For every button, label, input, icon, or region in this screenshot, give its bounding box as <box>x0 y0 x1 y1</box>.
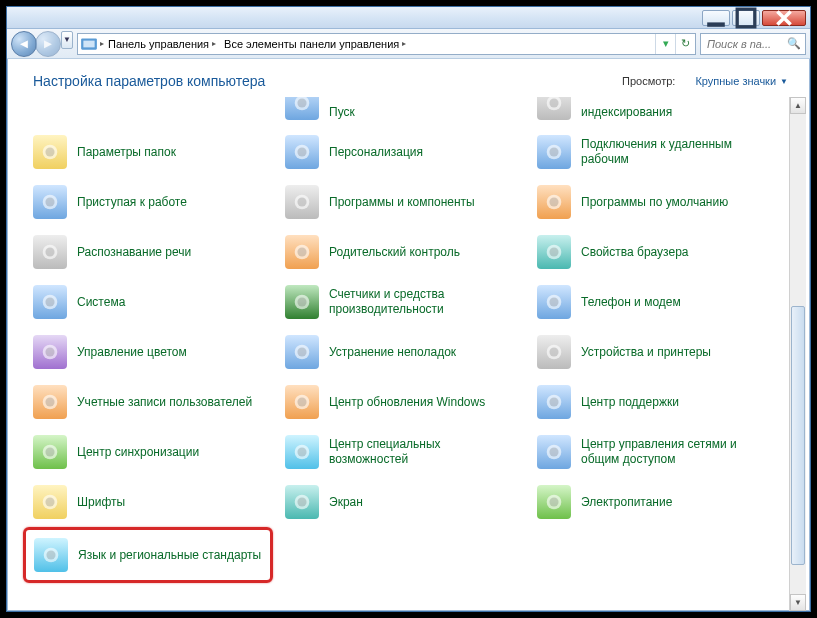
programs-icon <box>285 185 319 219</box>
items-grid-container: ПускиндексированияПараметры папокПерсона… <box>7 97 810 611</box>
control-panel-window: ◄ ► ▼ ▸ Панель управления ▸ Все элементы… <box>6 6 811 612</box>
svg-point-37 <box>549 347 558 356</box>
user-accounts-icon <box>33 385 67 419</box>
breadcrumb-label: Все элементы панели управления <box>224 38 399 50</box>
cp-item-label: Персонализация <box>329 145 423 160</box>
cp-item-label: Устранение неполадок <box>329 345 456 360</box>
cp-item-label: Учетные записи пользователей <box>77 395 252 410</box>
breadcrumb-label: Панель управления <box>108 38 209 50</box>
svg-point-21 <box>45 247 54 256</box>
fonts-icon <box>33 485 67 519</box>
chevron-down-icon: ▼ <box>63 35 71 44</box>
cp-item-label: Шрифты <box>77 495 125 510</box>
search-input[interactable] <box>705 37 784 51</box>
scroll-thumb[interactable] <box>791 306 805 565</box>
cp-item[interactable]: Центр управления сетями и общим доступом <box>531 427 777 477</box>
cp-item[interactable]: Система <box>27 277 273 327</box>
cp-item[interactable]: Программы по умолчанию <box>531 177 777 227</box>
breadcrumb[interactable]: ▸ Панель управления ▸ Все элементы панел… <box>77 33 696 55</box>
svg-point-17 <box>297 197 306 206</box>
forward-button[interactable]: ► <box>35 31 61 57</box>
svg-point-23 <box>297 247 306 256</box>
refresh-button[interactable]: ↻ <box>675 34 695 54</box>
cp-item[interactable]: индексирования <box>531 97 777 127</box>
cp-item-label: Центр управления сетями и общим доступом <box>581 437 771 467</box>
cp-item[interactable]: Управление цветом <box>27 327 273 377</box>
cp-item-label: Программы и компоненты <box>329 195 475 210</box>
nav-history-dropdown[interactable]: ▼ <box>61 31 73 49</box>
page-title: Настройка параметров компьютера <box>33 73 602 89</box>
svg-point-19 <box>549 197 558 206</box>
scroll-up-button[interactable]: ▲ <box>790 97 806 114</box>
close-icon <box>773 7 795 29</box>
cp-item[interactable]: Родительский контроль <box>279 227 525 277</box>
chevron-down-icon: ▼ <box>794 598 802 607</box>
svg-point-55 <box>549 497 558 506</box>
view-label: Просмотр: <box>622 75 675 87</box>
cp-item-label: индексирования <box>581 105 672 120</box>
cp-item[interactable]: Устройства и принтеры <box>531 327 777 377</box>
region-language-icon <box>34 538 68 572</box>
cp-item-label: Свойства браузера <box>581 245 689 260</box>
breadcrumb-dropdown[interactable]: ▾ <box>655 34 675 54</box>
close-button[interactable] <box>762 10 806 26</box>
cp-item[interactable]: Электропитание <box>531 477 777 527</box>
svg-point-43 <box>549 397 558 406</box>
arrow-right-icon: ► <box>42 36 55 51</box>
cp-item[interactable]: Центр обновления Windows <box>279 377 525 427</box>
action-center-icon <box>537 385 571 419</box>
scroll-track[interactable] <box>790 114 806 594</box>
back-button[interactable]: ◄ <box>11 31 37 57</box>
cp-item-label: Центр специальных возможностей <box>329 437 519 467</box>
power-icon <box>537 485 571 519</box>
internet-options-icon <box>537 235 571 269</box>
cp-item[interactable]: Распознавание речи <box>27 227 273 277</box>
cp-item[interactable]: Счетчики и средства производительности <box>279 277 525 327</box>
start-icon <box>285 97 319 120</box>
content-header: Настройка параметров компьютера Просмотр… <box>7 59 810 97</box>
cp-item[interactable]: Персонализация <box>279 127 525 177</box>
chevron-right-icon: ▸ <box>212 39 216 48</box>
cp-item-label: Приступая к работе <box>77 195 187 210</box>
cp-item-label: Управление цветом <box>77 345 187 360</box>
cp-item[interactable]: Центр специальных возможностей <box>279 427 525 477</box>
maximize-button[interactable] <box>732 10 760 26</box>
cp-item-label: Счетчики и средства производительности <box>329 287 519 317</box>
breadcrumb-seg-2[interactable]: Все элементы панели управления ▸ <box>220 34 410 54</box>
cp-item[interactable]: Свойства браузера <box>531 227 777 277</box>
cp-item[interactable]: Приступая к работе <box>27 177 273 227</box>
cp-item[interactable]: Параметры папок <box>27 127 273 177</box>
cp-item[interactable]: Шрифты <box>27 477 273 527</box>
cp-item[interactable]: Учетные записи пользователей <box>27 377 273 427</box>
phone-modem-icon <box>537 285 571 319</box>
svg-point-5 <box>297 98 306 107</box>
scroll-down-button[interactable]: ▼ <box>790 594 806 611</box>
cp-item[interactable]: Центр поддержки <box>531 377 777 427</box>
minimize-icon <box>705 7 727 29</box>
breadcrumb-seg-1[interactable]: Панель управления ▸ <box>104 34 220 54</box>
cp-item[interactable]: Экран <box>279 477 525 527</box>
view-mode-dropdown[interactable]: Крупные значки ▼ <box>695 75 788 87</box>
refresh-icon: ↻ <box>681 37 690 50</box>
cp-item[interactable]: Язык и региональные стандарты <box>23 527 273 583</box>
remote-desktop-icon <box>537 135 571 169</box>
cp-item[interactable]: Центр синхронизации <box>27 427 273 477</box>
cp-item[interactable]: Подключения к удаленным рабочим <box>531 127 777 177</box>
color-mgmt-icon <box>33 335 67 369</box>
system-icon <box>33 285 67 319</box>
svg-point-27 <box>45 297 54 306</box>
cp-item[interactable]: Пуск <box>279 97 525 127</box>
svg-point-51 <box>45 497 54 506</box>
search-box[interactable]: 🔍 <box>700 33 806 55</box>
cp-item[interactable]: Телефон и модем <box>531 277 777 327</box>
cp-item[interactable]: Устранение неполадок <box>279 327 525 377</box>
minimize-button[interactable] <box>702 10 730 26</box>
speech-icon <box>33 235 67 269</box>
search-icon: 🔍 <box>787 37 801 50</box>
svg-point-33 <box>45 347 54 356</box>
items-grid: ПускиндексированияПараметры папокПерсона… <box>27 97 789 611</box>
devices-printers-icon <box>537 335 571 369</box>
cp-item[interactable]: Программы и компоненты <box>279 177 525 227</box>
vertical-scrollbar[interactable]: ▲ ▼ <box>789 97 806 611</box>
svg-point-49 <box>549 447 558 456</box>
